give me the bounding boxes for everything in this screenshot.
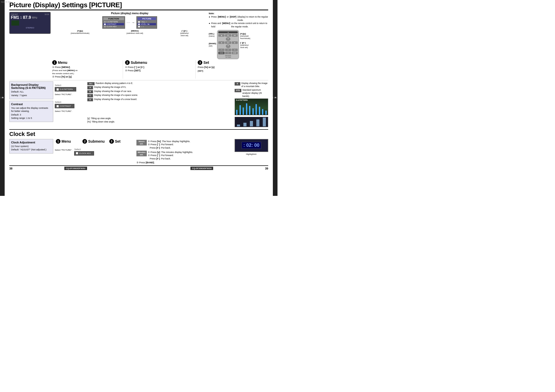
right-side-tab: E N G L I S H 39 bbox=[273, 0, 278, 196]
sa-select-area: Select S·A PATTERN . Select "PICTURE". bbox=[55, 84, 86, 96]
contrast-select-item: CONTRAST bbox=[60, 105, 71, 107]
step3-text: Press [%] or [ş]. bbox=[198, 66, 266, 69]
contrast-range: Setting range: 1 to 5 bbox=[11, 117, 51, 120]
sel-label: [SEL](menu) bbox=[209, 33, 216, 37]
sa-select-box[interactable]: S·A PATTERN . bbox=[55, 87, 76, 91]
pic-bottom-center: Select S·A PATTERN . Select "PICTURE". S… bbox=[55, 81, 86, 127]
clock-left: Clock Adjustment (12 hour system) Defaul… bbox=[9, 139, 53, 164]
step1-text: ① Press [MENU]. (Press and hold [MENU] o… bbox=[52, 66, 121, 79]
submenu-row-2: LEVEL 3 ■ bbox=[137, 23, 156, 25]
clock-img-label: CLOCK SET bbox=[1, 1, 11, 3]
c-bar-2 bbox=[243, 123, 246, 126]
picture-bottom: Background Display Switching (S·A PATTER… bbox=[9, 80, 268, 127]
remote-btn-down[interactable]: ▼ bbox=[226, 44, 230, 48]
remote-right-labels: [%][ş](menu/set/hour/minute) [' ][# ](su… bbox=[240, 30, 250, 49]
clock-time-display: : 02: 00 bbox=[242, 142, 261, 149]
clock-select-box[interactable]: CLOCK ADJ . bbox=[74, 151, 94, 156]
clock-header: Clock Set bbox=[9, 131, 268, 137]
clock-full: Clock Adjustment (12 hour system) Defaul… bbox=[9, 139, 268, 164]
clock-step1-circle: 1 bbox=[56, 139, 60, 144]
dotted-arrow-icon: · · · · bbox=[127, 21, 130, 24]
tilt-up: [ş]: Tilting up view angle. bbox=[87, 117, 233, 120]
sq-icon bbox=[104, 26, 106, 27]
sa-bar-1 bbox=[236, 110, 237, 115]
left-tab-e: E bbox=[1, 97, 4, 99]
menu-display-area: Picture (display) menu display FUNCTION … bbox=[52, 12, 207, 37]
sq-icon bbox=[104, 24, 106, 25]
c-bar-3 bbox=[250, 121, 253, 126]
arrow-right-icon: → bbox=[131, 20, 135, 25]
menu-row-contrast: CONTRAST bbox=[103, 23, 124, 25]
clock-step-row: 1 Menu 2 Submenu 3 Set bbox=[55, 139, 135, 144]
clock-minutes-row: Minutesset. ① Press [ş]: The minutes dis… bbox=[136, 151, 233, 160]
c-bar-1 bbox=[237, 125, 240, 126]
remote-btn-power[interactable]: ⏻ bbox=[218, 34, 225, 37]
remote-btn-set[interactable]: SET bbox=[225, 41, 231, 44]
remote-btn-up[interactable]: ▲ bbox=[226, 37, 230, 41]
note-item-1: Press [MENU] or [DISP] (display) to retu… bbox=[209, 15, 268, 22]
model-num-left: CQ-DFX983/DF903U bbox=[64, 167, 87, 170]
clock-step1: 1 Menu bbox=[55, 139, 81, 144]
remote-btn-prev[interactable]: ◀ bbox=[218, 41, 225, 44]
left-side-tab: E N G L I S H 38 bbox=[0, 0, 5, 196]
remote-btn-7[interactable]: 7 bbox=[218, 49, 225, 51]
contrast-box: Contrast You can adjust the display cont… bbox=[9, 101, 53, 122]
sa-bar-3 bbox=[243, 107, 244, 115]
remote-btn-9[interactable]: 9 bbox=[232, 49, 238, 51]
pattern-row-a: A Display showing the image of F1. bbox=[87, 86, 233, 89]
background-display-box: Background Display Switching (S·A PATTER… bbox=[9, 81, 53, 99]
right-tab-g: G bbox=[268, 97, 271, 99]
sa-bar-10 bbox=[265, 111, 267, 115]
clock-step3: 3 Set bbox=[108, 139, 135, 144]
sa-bar-2 bbox=[240, 105, 241, 115]
sq-icon bbox=[104, 21, 106, 23]
sa-picture-label: Select "PICTURE". bbox=[55, 93, 86, 96]
remote-btn-next[interactable]: ▶ bbox=[232, 41, 238, 44]
step1-title: 1 Menu bbox=[52, 60, 121, 65]
clock-hours-row: Hoursset. ① Press [%]: The hour display … bbox=[136, 140, 233, 150]
clock-step2-circle: 2 bbox=[82, 139, 87, 144]
clock-select-row: Select "PICTURE". Select CLOCK ADJ . bbox=[55, 145, 135, 156]
right-tab-n: N bbox=[271, 97, 274, 99]
page-num-right: 39 bbox=[265, 167, 268, 170]
clock-system: (12 hour system) bbox=[11, 145, 51, 148]
clock-title: Clock Set bbox=[9, 131, 268, 137]
clock-adjustment-title: Clock Adjustment bbox=[11, 141, 51, 144]
clock-minutes-val: ① Press [ş]: The minutes display highlig… bbox=[148, 151, 193, 160]
contrast-select-label: Select bbox=[55, 101, 86, 103]
step2-submenu: 2 Submenu ① Press [' ] or [# ]. ② Press … bbox=[123, 60, 196, 79]
remote-btn-band[interactable]: BAND bbox=[218, 52, 225, 54]
right-apostrophe-label: [' ][# ](submenu/clock set) bbox=[240, 42, 250, 49]
bg-title: Background Display Switching (S·A PATTER… bbox=[11, 83, 51, 89]
remote-device: ● ⏻ SEL MN ▲ ◀ SET ▶ ▼ 7 8 9 bbox=[217, 30, 239, 59]
clock-right: Hoursset. ① Press [%]: The hour display … bbox=[136, 139, 268, 164]
remote-btn-menu[interactable]: MN bbox=[232, 34, 238, 37]
remote-btn-disp[interactable]: DISP bbox=[232, 52, 238, 54]
remote-btn-0[interactable]: 0 bbox=[225, 52, 231, 54]
sa-img-label: S·A PATTERN bbox=[236, 99, 248, 101]
sq-icon bbox=[138, 24, 140, 25]
step2-title: 2 Submenu bbox=[125, 60, 194, 65]
sa-bar-4 bbox=[246, 103, 247, 114]
top-right-area: Note: Press [MENU] or [DISP] (display) t… bbox=[209, 12, 268, 59]
remote-btn-sel[interactable]: SEL bbox=[225, 34, 231, 37]
contrast-title: Contrast bbox=[11, 103, 51, 106]
submenu-row-3: --- ○ bbox=[137, 25, 156, 28]
panasonic-label: PanasonicCar Audio bbox=[218, 55, 238, 58]
sa-select-item: S·A PATTERN bbox=[60, 88, 73, 90]
contrast-tilt-info: [ş]: Tilting up view angle. [%]: Tilting… bbox=[87, 117, 233, 124]
clock-adjustment-box: Clock Adjustment (12 hour system) Defaul… bbox=[9, 139, 53, 153]
sa-bar-5 bbox=[249, 106, 250, 115]
right-tab-e: E bbox=[274, 97, 277, 99]
notes-box: Note: Press [MENU] or [DISP] (display) t… bbox=[209, 12, 268, 28]
step2-circle: 2 bbox=[125, 60, 130, 65]
step1-menu: 1 Menu ① Press [MENU]. (Press and hold [… bbox=[52, 60, 123, 79]
remote-left-labels: [SEL](menu) [BAND](set) bbox=[209, 30, 216, 47]
note-item-2: Press and hold [MENU] on the remote cont… bbox=[209, 22, 268, 28]
clock-step3-circle: 3 bbox=[109, 139, 114, 144]
remote-btn-8[interactable]: 8 bbox=[225, 49, 231, 51]
sq-icon bbox=[57, 105, 59, 107]
contrast-select-box[interactable]: CONTRAST . bbox=[55, 104, 74, 108]
tilt-down: [%]: Tilting down view angle. bbox=[87, 120, 233, 124]
clock-hours-val: ① Press [%]: The hour display highlights… bbox=[148, 140, 190, 150]
